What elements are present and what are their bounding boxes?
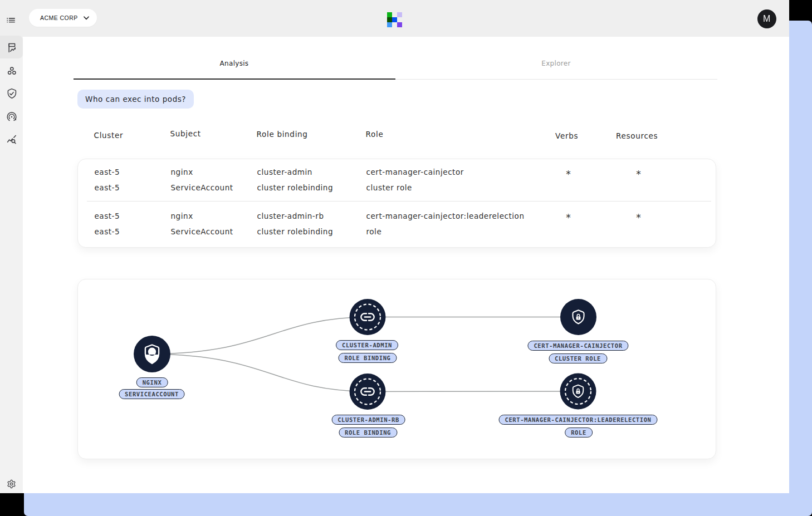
table-cell: east-5 [95, 212, 120, 220]
table-cell: cluster-admin-rb [257, 212, 324, 220]
graph-label-pill: CLUSTER-ADMIN [336, 340, 398, 350]
table-cell: ServiceAccount [171, 183, 233, 192]
shield-check-icon [6, 87, 18, 100]
trend-search-icon [6, 134, 18, 146]
settings-gear-icon [7, 479, 16, 489]
tab-active-underline [74, 78, 396, 80]
graph-label-pill: CLUSTER-ADMIN-RB [331, 415, 405, 425]
table-cell-resources: * [636, 212, 641, 223]
table-cell: east-5 [95, 183, 120, 192]
graph-node-subject [134, 336, 170, 372]
rbac-graph: NGINX SERVICEACCOUNT CLUSTER-ADMIN ROLE … [77, 279, 716, 459]
table-cell: cluster rolebinding [257, 227, 334, 236]
table-cell-verbs: * [566, 169, 571, 180]
table-cell: east-5 [95, 168, 120, 176]
query-chip[interactable]: Who can exec into pods? [77, 90, 194, 109]
logo-cell [392, 17, 397, 22]
table-cell: role [366, 227, 382, 236]
graph-label-pill: ROLE [565, 427, 593, 438]
logo-cell [397, 12, 402, 17]
user-avatar[interactable]: M [757, 9, 776, 28]
flag-activity-icon [6, 41, 18, 53]
table-cell: cluster role [366, 183, 412, 192]
graph-label-pill: CLUSTER ROLE [549, 353, 607, 363]
chevron-down-icon [84, 16, 89, 20]
sidebar-item-settings[interactable] [0, 473, 23, 493]
logo-cell [387, 12, 392, 17]
table-cell: cluster-admin [257, 168, 312, 176]
avatar-initial: M [763, 14, 771, 24]
graph-label-pill: SERVICEACCOUNT [119, 389, 185, 399]
org-switcher-button[interactable]: ACME CORP [29, 9, 97, 27]
tab-explorer[interactable]: Explorer [395, 37, 717, 80]
results-table: east-5 nginx cluster-admin cert-manager-… [77, 159, 716, 248]
app-logo [387, 12, 402, 27]
table-cell: nginx [171, 212, 193, 220]
table-cell: cert-manager-cainjector:leaderelection [366, 212, 525, 220]
table-cell: cert-manager-cainjector [366, 168, 464, 176]
table-cell: east-5 [95, 227, 120, 236]
sidebar-item-analysis[interactable] [0, 36, 23, 58]
tab-bar: Analysis Explorer [74, 37, 717, 80]
graph-node-binding-bottom [350, 374, 386, 410]
column-header-rolebinding: Role binding [257, 130, 308, 139]
sidebar [0, 37, 23, 493]
sidebar-item-security[interactable] [0, 82, 23, 105]
tab-analysis[interactable]: Analysis [74, 37, 395, 80]
column-header-resources: Resources [616, 131, 658, 140]
cluster-nodes-icon [6, 65, 18, 77]
logo-cell [387, 22, 392, 27]
query-chip-label: Who can exec into pods? [85, 95, 186, 104]
row-divider [87, 201, 711, 202]
column-header-cluster: Cluster [94, 131, 124, 140]
top-bar: ACME CORP M [0, 0, 789, 37]
org-name: ACME CORP [40, 14, 78, 21]
radar-icon [6, 111, 18, 123]
graph-node-role-top [560, 299, 596, 335]
sidebar-item-incidents[interactable] [0, 105, 23, 128]
logo-cell [387, 17, 392, 22]
table-cell: ServiceAccount [171, 227, 233, 236]
column-header-role: Role [366, 130, 384, 139]
menu-list-icon[interactable] [7, 15, 15, 20]
table-cell-resources: * [636, 169, 641, 180]
column-header-subject: Subject [170, 129, 201, 138]
table-cell-verbs: * [566, 212, 571, 223]
graph-label-pill: ROLE BINDING [338, 353, 397, 363]
graph-node-role-bottom [560, 373, 596, 409]
main-content: Analysis Explorer Who can exec into pods… [23, 37, 789, 493]
sidebar-item-clusters[interactable] [0, 59, 23, 82]
table-cell: cluster rolebinding [257, 183, 334, 192]
app-window: ACME CORP M [0, 0, 789, 493]
sidebar-item-trends[interactable] [0, 129, 23, 151]
graph-node-binding-top [350, 299, 386, 335]
graph-label-pill: CERT-MANAGER-CAINJECTOR:LEADERELECTION [498, 415, 657, 425]
graph-label-pill: NGINX [136, 377, 168, 387]
graph-label-pill: CERT-MANAGER-CAINJECTOR [527, 341, 628, 351]
column-header-verbs: Verbs [555, 131, 578, 140]
tab-analysis-label: Analysis [220, 50, 249, 67]
logo-cell [397, 22, 402, 27]
tab-explorer-label: Explorer [541, 50, 570, 67]
table-cell: nginx [171, 168, 193, 176]
graph-label-pill: ROLE BINDING [339, 427, 397, 438]
